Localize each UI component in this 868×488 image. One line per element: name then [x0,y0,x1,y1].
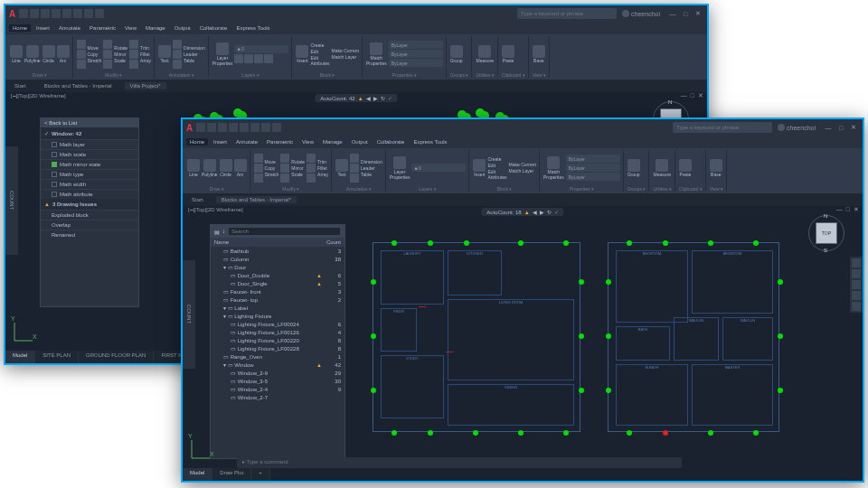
copy-button[interactable] [77,50,86,59]
layer-tool3[interactable] [254,54,263,63]
base-button[interactable]: Base [533,45,545,63]
close-button[interactable]: ✕ [693,9,703,18]
insert-button[interactable]: Insert [473,159,486,177]
tree-row[interactable]: ▭ Column38 [211,255,344,263]
polyline-button[interactable]: Polyline [24,45,41,63]
issue-renamed[interactable]: Renamed [41,230,138,239]
layer-selector[interactable]: ■ 0 [411,164,466,172]
count-sidetab-2[interactable]: COUNT [183,260,195,369]
menu-parametric[interactable]: Parametric [86,24,119,32]
line-button[interactable]: Line [10,45,23,63]
menu-manage[interactable]: Manage [319,138,346,145]
menu-insert[interactable]: Insert [210,138,231,145]
tab-blocks[interactable]: Blocks and Tables - Imperial [39,82,118,89]
measure-button[interactable]: Measure [476,45,493,63]
rotate-button[interactable] [103,40,112,49]
leader-button[interactable] [350,164,359,173]
viewport-canvas-2[interactable]: —□✕ [‒][Top][2D Wireframe] AutoCount: 18… [183,206,863,481]
navbar-2[interactable] [850,257,863,313]
match-props-button[interactable]: Match Properties [543,156,564,180]
tree-row[interactable]: ▭ Range_Oven1 [211,352,344,361]
viewcube-2[interactable]: NTOPS [808,215,844,251]
tree-row[interactable]: ▭ Faucet- top2 [211,296,344,304]
text-button[interactable]: Text [158,45,171,63]
tab-blocks-2[interactable]: Blocks and Tables - Imperial* [216,196,297,203]
fillet-button[interactable] [129,50,138,59]
tab-model[interactable]: Model [183,468,212,481]
layer-tool4[interactable] [264,54,273,63]
mirror-button[interactable] [280,164,289,173]
qat-2[interactable] [196,123,281,132]
color-selector[interactable]: ByLayer [566,155,620,163]
tab-site[interactable]: SITE PLAN [35,351,79,363]
trim-button[interactable] [129,40,138,49]
check-math-scale[interactable]: Math scale [41,149,138,159]
sort-icon[interactable]: ↕ [222,229,225,234]
leader-button[interactable] [173,50,182,59]
search-input[interactable] [228,227,341,236]
rotate-button[interactable] [280,154,289,163]
lt-selector[interactable]: ByLayer [566,173,620,181]
check-math-type[interactable]: Math type [41,169,138,179]
color-selector[interactable]: ByLayer [389,41,443,49]
move-button[interactable] [77,40,86,49]
paste-button[interactable]: Paste [679,159,692,177]
lw-selector[interactable]: ByLayer [389,50,443,58]
tree-row[interactable]: ▾ ▭ Label [211,304,344,312]
stretch-button[interactable] [254,174,263,183]
layer-tool1[interactable] [234,54,243,63]
insert-button[interactable]: Insert [296,45,308,63]
tree-row[interactable]: ▭ Window_2-929 [211,369,344,377]
stretch-button[interactable] [77,60,86,69]
copy-button[interactable] [254,164,263,173]
scale-button[interactable] [103,60,112,69]
group-button[interactable]: Group [627,159,640,177]
arc-button[interactable]: Arc [234,159,247,177]
tree-row[interactable]: ▭ Door_Double▲6 [211,271,344,279]
issue-overlap[interactable]: Overlap [41,220,138,230]
layer-tool2[interactable] [244,54,253,63]
viewport-controls-1[interactable]: —□✕ [681,92,703,99]
menu-annotate[interactable]: Annotate [232,138,261,145]
menu-collaborate[interactable]: Collaborate [373,138,409,145]
layer-props-button[interactable]: Layer Properties [212,42,233,66]
menu-collaborate[interactable]: Collaborate [196,24,231,32]
fillet-button[interactable] [307,164,316,173]
tab-model[interactable]: Model [5,351,35,363]
dimension-button[interactable] [350,154,359,163]
tree-row[interactable]: ▾ ▭ Window▲42 [211,361,344,369]
dimension-button[interactable] [173,40,182,49]
tree-row[interactable]: ▭ Lighting Fixture_LF002208 [211,336,344,344]
menu-output[interactable]: Output [171,24,194,32]
menu-express[interactable]: Express Tools [410,138,450,145]
tree-row[interactable]: ▾ ▭ Lighting Fixture [211,312,344,320]
tree-row[interactable]: ▾ ▭ Door [211,263,344,271]
move-button[interactable] [254,154,263,163]
mirror-button[interactable] [103,50,112,59]
base-button[interactable]: Base [710,159,722,177]
layer-selector[interactable]: ■ 0 [234,45,288,53]
status-pill-2[interactable]: AutoCount: 18▲◀▶↻✓ [481,208,563,216]
lt-selector[interactable]: ByLayer [389,59,443,67]
table-button[interactable] [350,174,359,183]
search-box-2[interactable]: Type a keyword or phrase [673,122,772,133]
menu-annotate[interactable]: Annotate [55,24,84,32]
scale-button[interactable] [280,174,289,183]
status-pill-1[interactable]: AutoCount: 42▲◀▶↻✓ [315,94,397,102]
issue-exploded[interactable]: Exploded block [41,210,138,220]
trim-button[interactable] [307,154,316,163]
check-math-attr[interactable]: Math attribute [41,189,138,199]
qat-1[interactable] [19,9,104,18]
menu-view[interactable]: View [121,24,140,32]
viewport-controls-2[interactable]: —□✕ [836,206,859,213]
tree-row[interactable]: ▭ Faucet- front3 [211,287,344,296]
circle-button[interactable]: Circle [42,45,55,63]
menu-view[interactable]: View [298,138,317,145]
back-link[interactable]: < Back to List [41,118,138,127]
check-math-width[interactable]: Math width [41,179,138,189]
filter-icon[interactable]: ▤ [214,229,220,235]
menu-insert[interactable]: Insert [33,24,53,32]
group-button[interactable]: Group [450,45,463,63]
array-button[interactable] [307,174,316,183]
table-button[interactable] [173,60,182,69]
